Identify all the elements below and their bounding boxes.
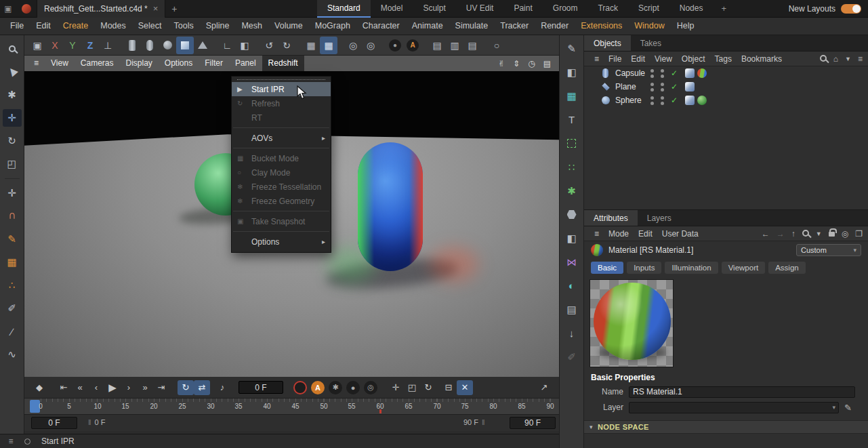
close-document-icon[interactable]: × [153,3,159,14]
menu-character[interactable]: Character [356,18,406,35]
menu-animate[interactable]: Animate [406,18,449,35]
search-icon[interactable] [802,229,809,239]
rotate-tool-icon[interactable]: ↻ [3,132,22,150]
workplane-icon[interactable]: ▣ [28,37,46,54]
disc-primitive-icon[interactable] [159,37,176,54]
am-menu-edit[interactable]: Edit [634,229,657,239]
fcurve-button[interactable]: ↗ [536,380,552,395]
forward-arrow-icon[interactable]: → [777,229,785,239]
key-position-button[interactable]: ✛ [388,380,404,395]
key-scale-button[interactable]: ◰ [404,380,420,395]
om-menu-file[interactable]: File [604,54,626,64]
capsule-primitive-icon[interactable] [141,37,159,54]
cube-object-icon[interactable]: ▦ [562,87,581,104]
up-arrow-icon[interactable]: ↑ [791,229,795,239]
boole-icon[interactable]: ◧ [562,230,581,247]
menu-mograph[interactable]: MoGraph [309,18,356,35]
om-menu-tags[interactable]: Tags [710,54,737,64]
modeling-settings-icon[interactable]: ✱ [3,86,22,104]
menu-tearoff-handle[interactable] [237,79,325,80]
key-filter-objects-button[interactable]: ● [346,381,360,394]
menu-file[interactable]: File [4,18,30,35]
panel-hamburger-icon[interactable]: ≡ [590,54,604,64]
prev-frame-button[interactable]: ‹ [88,380,104,395]
object-row-plane[interactable]: Plane ✓ [584,80,868,94]
menu-volume[interactable]: Volume [268,18,309,35]
cube-primitive-icon[interactable] [176,37,194,54]
sound-button[interactable]: ♪ [214,380,230,395]
play-mode-button[interactable]: ⇄ [194,380,210,395]
play-button[interactable]: ▶ [104,380,121,395]
visibility-toggles[interactable] [649,96,655,105]
key-filter-toggle-button[interactable]: ✕ [457,380,473,395]
brush-tool-icon[interactable]: ✐ [3,300,22,317]
new-document-button[interactable]: + [165,3,183,14]
back-arrow-icon[interactable]: ← [762,229,770,239]
menu-create[interactable]: Create [57,18,95,35]
om-menu-view[interactable]: View [650,54,677,64]
capsule-object[interactable] [358,142,423,271]
lock-z-icon[interactable]: Z [81,37,99,54]
preview-range-end[interactable]: 90 F ‖ [463,418,485,426]
menu-render[interactable]: Render [535,18,575,35]
search-icon[interactable] [820,54,827,64]
coordinate-system-icon[interactable]: ⊥ [99,37,117,54]
layout-tab-script[interactable]: Script [628,0,669,18]
annotate-pen-icon[interactable]: ✐ [562,348,581,365]
autokey-button[interactable]: A [311,381,325,394]
axis-icon[interactable]: ∟ [218,37,236,54]
instance-icon[interactable] [562,135,581,152]
cylinder-primitive-icon[interactable] [123,37,141,54]
phong-tag-icon[interactable] [685,82,695,91]
symmetry-icon[interactable]: ⋈ [562,253,581,270]
range-handle-icon[interactable]: ‖ [482,418,485,426]
am-menu-userdata[interactable]: User Data [657,229,703,239]
menu-window[interactable]: Window [628,18,670,35]
material-tag-icon[interactable] [697,68,707,78]
layout-tab-nodes[interactable]: Nodes [669,0,714,18]
lock-x-icon[interactable]: X [46,37,64,54]
material-preview[interactable] [590,279,674,367]
spline-tool-icon[interactable]: ∿ [3,346,22,363]
tab-attributes[interactable]: Attributes [584,210,638,226]
pyramid-primitive-icon[interactable] [194,37,211,54]
lock-y-icon[interactable]: Y [64,37,81,54]
menu-mesh[interactable]: Mesh [235,18,268,35]
spline-pen-icon[interactable]: ✎ [562,40,581,57]
range-end-field[interactable]: 90 F [510,417,556,429]
viewport-menu-view[interactable]: View [45,56,75,71]
visibility-toggles[interactable] [659,69,665,78]
time-icon[interactable]: ◷ [528,59,535,68]
menu-select[interactable]: Select [132,18,168,35]
text-object-icon[interactable]: T [562,111,581,128]
tab-objects[interactable]: Objects [584,35,631,51]
scale-tool-icon[interactable]: ◰ [3,155,22,173]
tab-inputs[interactable]: Inputs [627,262,661,274]
phong-tag-icon[interactable] [685,68,695,78]
tab-assign[interactable]: Assign [768,262,806,274]
menu-item-aovs[interactable]: AOVs ▸ [232,131,331,145]
menu-edit[interactable]: Edit [30,18,57,35]
find-icon[interactable] [3,40,22,58]
om-menu-edit[interactable]: Edit [626,54,650,64]
loop-mode-button[interactable]: ↻ [178,380,194,395]
object-row-capsule[interactable]: Capsule ✓ [584,66,868,80]
key-pla-button[interactable]: ⊟ [440,380,457,395]
popout-icon[interactable]: ❐ [855,229,863,239]
node-space-section-header[interactable]: ▾ NODE SPACE [584,420,868,434]
render-settings-icon[interactable]: A [404,37,421,54]
menu-extensions[interactable]: Extensions [575,18,628,35]
next-key-button[interactable]: » [137,380,153,395]
layout-tab-paint[interactable]: Paint [503,0,542,18]
goto-start-button[interactable]: ⇤ [56,380,72,395]
status-menu-icon[interactable]: ≡ [4,436,18,446]
material-tag-icon[interactable] [697,96,707,105]
primitive-square-icon[interactable]: ◧ [562,64,581,81]
generator-gear-icon[interactable]: ✱ [562,182,581,199]
om-menu-bookmarks[interactable]: Bookmarks [737,54,787,64]
layout-tab-track[interactable]: Track [587,0,628,18]
window-menu-icon[interactable]: ▣ [0,4,16,14]
menu-item-start-ipr[interactable]: ▶ Start IPR [232,82,331,96]
range-start-field[interactable]: 0 F [31,417,77,429]
rotate-ccw-icon[interactable]: ↺ [260,37,278,54]
